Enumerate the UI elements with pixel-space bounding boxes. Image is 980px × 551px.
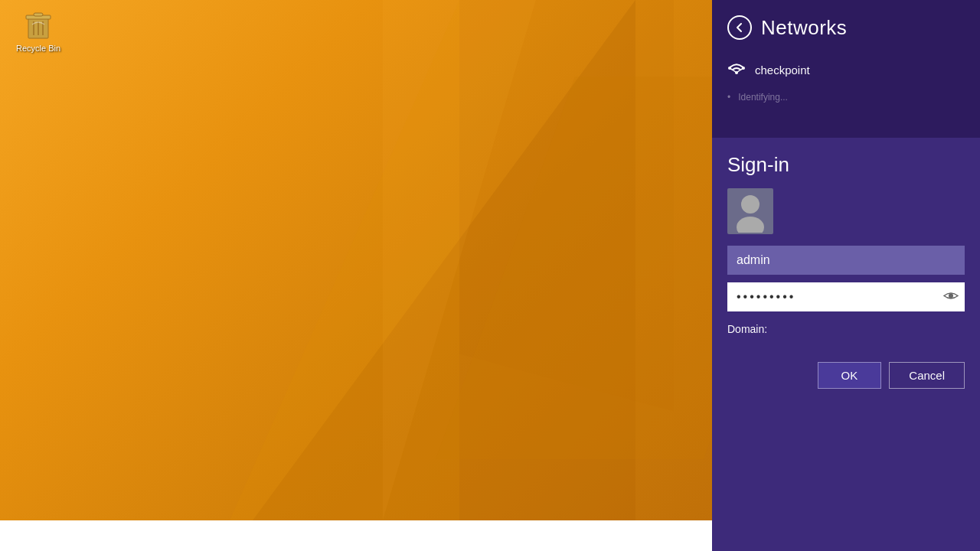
recycle-bin-label: Recycle Bin: [16, 44, 60, 53]
svg-point-22: [737, 217, 764, 233]
svg-point-23: [949, 294, 953, 298]
ok-button[interactable]: OK: [818, 362, 882, 389]
avatar-container: [712, 188, 980, 246]
desktop: Recycle Bin: [0, 0, 712, 520]
back-button[interactable]: [727, 15, 752, 40]
wifi-icon: [727, 61, 746, 79]
network-item-partial: • Identifying...: [712, 85, 980, 109]
username-input[interactable]: [727, 246, 965, 275]
domain-label: Domain:: [712, 319, 980, 339]
networks-panel: Networks checkpoint • Identifying...: [712, 0, 980, 138]
networks-header: Networks: [712, 0, 980, 55]
signin-title: Sign-in: [712, 138, 980, 188]
cancel-button[interactable]: Cancel: [889, 362, 965, 389]
dialog-buttons: OK Cancel: [712, 339, 980, 404]
networks-title: Networks: [761, 16, 847, 40]
svg-point-21: [741, 195, 760, 214]
network-item-checkpoint[interactable]: checkpoint: [712, 55, 980, 85]
svg-rect-2: [34, 13, 43, 16]
password-input[interactable]: [727, 282, 965, 311]
network-name-checkpoint: checkpoint: [755, 64, 810, 77]
avatar: [727, 188, 773, 234]
recycle-bin-icon[interactable]: Recycle Bin: [11, 8, 65, 53]
password-container: [727, 282, 965, 311]
show-password-button[interactable]: [943, 289, 959, 305]
signin-dialog: Sign-in Domain: OK Cancel: [712, 138, 980, 551]
